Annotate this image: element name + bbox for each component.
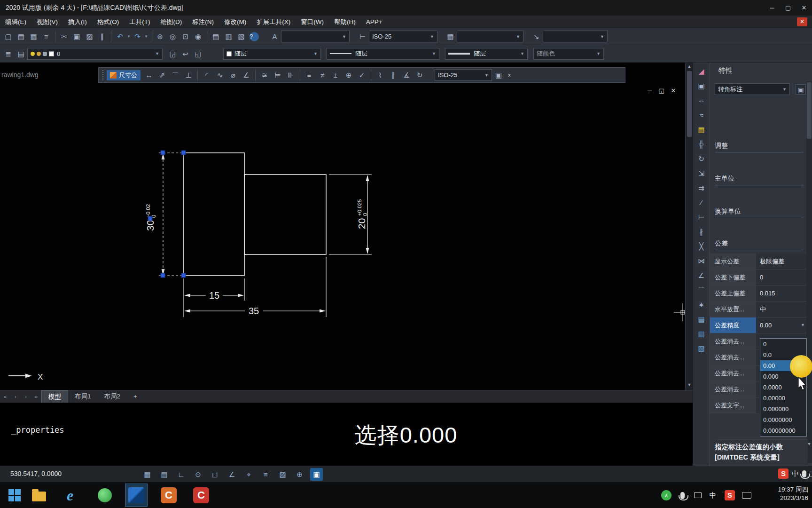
help-icon[interactable] [250,32,259,41]
section-primary-units[interactable]: 主单位 [715,175,804,185]
object-track-icon[interactable] [226,468,238,481]
drawing-vertical-scrollbar[interactable] [685,63,693,390]
taskbar-recorder[interactable] [158,484,180,506]
taskbar-explorer[interactable] [28,484,50,506]
radius-dimension-icon[interactable] [200,69,213,81]
snap-icon[interactable] [158,468,171,481]
dimension-style-manager-icon[interactable] [492,69,505,81]
dim-style-combo[interactable]: ISO-25 [369,31,437,42]
new-icon[interactable] [2,30,15,43]
tab-model[interactable]: 模型 [41,390,68,403]
table-style-icon[interactable] [444,30,457,43]
text-style-icon[interactable] [268,30,281,43]
scroll-down-icon[interactable] [687,382,692,387]
menu-draw[interactable]: 绘图(D) [156,16,187,28]
taskbar-camtasia[interactable] [190,484,212,506]
tolerance-icon[interactable] [329,69,342,81]
prop-label-suppress-2[interactable]: 公差消去... [710,349,756,365]
menu-format[interactable]: 格式(O) [92,16,125,28]
open-icon[interactable] [15,30,27,43]
scroll-up-icon[interactable] [687,64,692,69]
prop-label-suppress-4[interactable]: 公差消去... [710,381,756,397]
continue-dimension-icon[interactable] [284,69,297,81]
dimension-space-icon[interactable] [303,69,316,81]
menu-app[interactable]: APP+ [361,16,388,28]
mirror-icon[interactable] [695,95,708,107]
sheet-set-icon[interactable] [210,30,222,43]
paste-icon[interactable] [83,30,96,43]
center-mark-icon[interactable] [342,69,355,81]
break-icon[interactable] [695,240,708,253]
lineweight-display-icon[interactable] [259,468,272,481]
menu-insert[interactable]: 插入(I) [63,16,92,28]
menu-dimension[interactable]: 标注(N) [187,16,219,28]
save-icon[interactable] [27,30,40,43]
menu-express[interactable]: 扩展工具(X) [251,16,296,28]
oblique-dimension-icon[interactable] [387,69,400,81]
tray-language[interactable]: 中 [707,489,719,501]
tab-last-icon[interactable] [31,394,41,399]
edit-group-icon[interactable] [695,342,708,355]
minimize-button[interactable] [764,0,780,16]
redo-icon[interactable] [131,30,144,43]
menu-window[interactable]: 窗口(W) [296,16,329,28]
ortho-icon[interactable] [175,468,187,481]
copy-object-icon[interactable] [695,80,708,92]
diameter-dimension-icon[interactable] [226,69,240,81]
etransmit-icon[interactable] [235,30,248,43]
tab-new-layout[interactable]: + [127,390,144,403]
layer-states-icon[interactable] [15,48,27,60]
jogged-linear-icon[interactable] [374,69,387,81]
tray-keyboard[interactable] [741,489,753,501]
pan-icon[interactable] [154,30,166,43]
prop-value-tolerance-display[interactable]: 极限偏差 [756,254,807,269]
prop-label-tolerance-text[interactable]: 公差文字... [710,397,756,413]
redo-dropdown-icon[interactable] [144,34,148,39]
array-icon[interactable] [695,124,708,136]
scrollbar-thumb[interactable] [807,82,812,139]
ordinate-dimension-icon[interactable] [182,69,195,81]
tab-next-icon[interactable] [21,394,31,399]
text-style-combo[interactable] [281,31,350,42]
taskbar-clock[interactable]: 19:37 周四 2023/3/16 [761,485,808,502]
taskbar-cad-active[interactable] [125,484,147,506]
undo-icon[interactable] [114,30,126,43]
plot-icon[interactable] [40,30,53,43]
polar-tracking-icon[interactable] [192,468,204,481]
prop-value-tolerance-position[interactable]: 中 [756,302,807,317]
prop-label-suppress-3[interactable]: 公差消去... [710,365,756,381]
selection-grips[interactable] [148,151,186,278]
menu-view[interactable]: 视图(V) [31,16,63,28]
doc-minimize-button[interactable] [648,87,652,94]
tab-layout1[interactable]: 布局1 [68,390,98,403]
join-icon[interactable] [695,255,708,267]
copy-icon[interactable] [70,30,83,43]
baseline-dimension-icon[interactable] [271,69,284,81]
dimension-toolbar-title[interactable]: 尺寸公 [107,70,141,80]
sogou-icon[interactable] [778,468,789,479]
tray-expand[interactable] [660,489,672,501]
prop-value-tolerance-precision[interactable]: 0.00 [756,318,807,333]
quick-properties-icon[interactable] [310,468,323,481]
match-properties-icon[interactable] [96,30,109,43]
drawing-area[interactable]: rawing1.dwg 尺寸公 [0,63,693,390]
arc-length-icon[interactable] [169,69,182,81]
zoom-previous-icon[interactable] [192,30,204,43]
stretch-icon[interactable] [695,182,708,194]
dimension-update-icon[interactable] [413,69,426,81]
quick-select-icon[interactable] [796,84,806,95]
section-fit[interactable]: 调整 [715,142,804,152]
table-style-combo[interactable] [457,31,523,42]
prop-value-tolerance-upper[interactable]: 0.015 [756,286,807,301]
object-snap-icon[interactable] [209,468,221,481]
dynamic-input-icon[interactable] [242,468,255,481]
transparency-icon[interactable] [276,468,289,481]
grid-icon[interactable] [141,468,154,481]
chamfer-icon[interactable] [695,270,708,282]
prop-label-tolerance-precision[interactable]: 公差精度 [710,318,756,333]
lineweight-combo[interactable]: 随层 [445,48,528,60]
taskbar-ie[interactable] [59,484,81,506]
tray-audio[interactable] [692,489,704,501]
menu-modify[interactable]: 修改(M) [219,16,251,28]
document-close-button[interactable] [797,17,807,26]
